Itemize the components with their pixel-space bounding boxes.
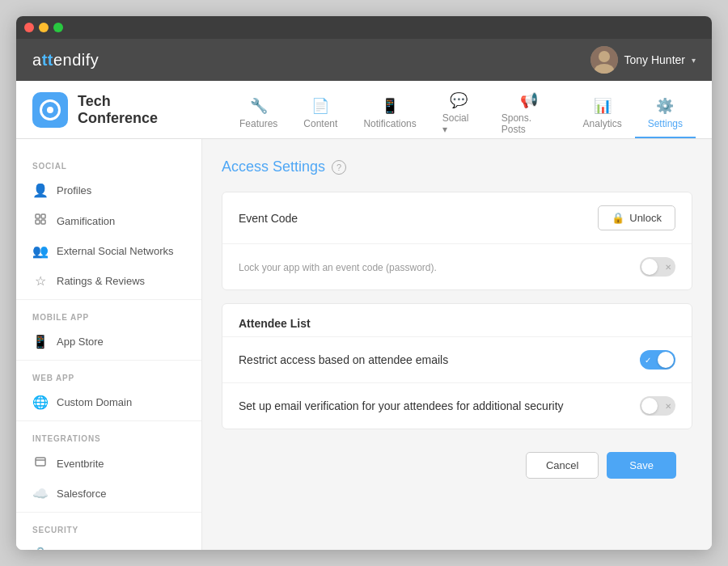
tab-analytics-label: Analytics: [583, 118, 622, 129]
event-code-desc: Lock your app with an event code (passwo…: [239, 262, 437, 273]
settings-icon: ⚙️: [656, 97, 674, 115]
sub-header: Tech Conference 🔧 Features 📄 Content 📱 N…: [16, 81, 712, 139]
sidebar-item-profiles[interactable]: 👤 Profiles: [16, 175, 201, 205]
tab-analytics[interactable]: 📊 Analytics: [570, 90, 635, 138]
nav-tabs: 🔧 Features 📄 Content 📱 Notifications 💬 S…: [226, 81, 696, 138]
sidebar-section-social-label: Social: [16, 152, 201, 175]
sidebar-item-access-settings[interactable]: → 🔓 Access Settings: [16, 539, 201, 550]
sidebar-section-webapp-label: Web App: [16, 364, 201, 387]
profiles-icon: 👤: [32, 183, 49, 198]
svg-rect-5: [36, 220, 40, 224]
app-window: attendify Tony Hunter ▾ Tech Conference …: [16, 16, 712, 550]
user-menu-chevron[interactable]: ▾: [692, 56, 696, 65]
svg-rect-6: [41, 220, 45, 224]
features-icon: 🔧: [250, 97, 268, 115]
tab-content[interactable]: 📄 Content: [290, 90, 350, 138]
content-icon: 📄: [311, 97, 329, 115]
sidebar-item-eventbrite[interactable]: Eventbrite: [16, 448, 201, 479]
close-button[interactable]: [24, 23, 34, 32]
sidebar-item-eventbrite-label: Eventbrite: [57, 458, 104, 470]
sidebar-item-profiles-label: Profiles: [57, 184, 91, 196]
svg-rect-7: [36, 458, 45, 466]
sidebar: Social 👤 Profiles Gamification 👥: [16, 139, 202, 550]
attendee-list-section-header: Attendee List: [222, 304, 692, 337]
social-icon: 💬: [450, 91, 468, 109]
tab-spons-posts[interactable]: 📢 Spons. Posts: [489, 90, 570, 138]
title-bar: [16, 16, 712, 39]
lock-icon: 🔒: [612, 212, 624, 224]
sidebar-divider-1: [16, 299, 201, 300]
traffic-lights: [24, 23, 63, 32]
sidebar-divider-2: [16, 360, 201, 361]
info-icon[interactable]: ?: [332, 160, 346, 175]
maximize-button[interactable]: [53, 23, 63, 32]
event-code-header-row: Event Code 🔒 Unlock: [222, 192, 692, 244]
event-code-label: Event Code: [239, 212, 298, 225]
toggle-knob-restrict: [658, 352, 674, 368]
sidebar-item-salesforce-label: Salesforce: [57, 488, 106, 500]
cancel-button[interactable]: Cancel: [526, 452, 599, 479]
salesforce-icon: ☁️: [32, 486, 49, 501]
custom-domain-icon: 🌐: [32, 395, 49, 410]
sidebar-section-mobile-label: Mobile App: [16, 303, 201, 327]
action-bar: Cancel Save: [222, 442, 692, 488]
event-code-card: Event Code 🔒 Unlock Lock your app with a…: [222, 192, 692, 290]
access-settings-header: Access Settings ?: [222, 158, 692, 175]
sidebar-item-external-social[interactable]: 👥 External Social Networks: [16, 236, 201, 266]
event-title: Tech Conference: [78, 93, 194, 127]
sidebar-item-salesforce[interactable]: ☁️ Salesforce: [16, 479, 201, 509]
tab-settings-label: Settings: [648, 118, 683, 129]
event-logo: [32, 92, 68, 128]
sidebar-item-gamification-label: Gamification: [57, 215, 115, 227]
toggle-knob-email: [641, 398, 658, 414]
external-social-icon: 👥: [32, 243, 49, 259]
sidebar-item-access-settings-label: Access Settings: [57, 548, 132, 550]
tab-social[interactable]: 💬 Social ▾: [430, 90, 489, 138]
access-settings-lock-icon: 🔓: [32, 547, 49, 550]
restrict-access-row: Restrict access based on attendee emails: [222, 337, 692, 383]
logo-text: attendify: [32, 51, 99, 70]
sidebar-item-custom-domain[interactable]: 🌐 Custom Domain: [16, 387, 201, 417]
sidebar-item-app-store-label: App Store: [57, 336, 104, 348]
tab-settings[interactable]: ⚙️ Settings: [635, 90, 696, 138]
ratings-icon: ☆: [32, 273, 49, 289]
tab-social-label: Social ▾: [442, 112, 476, 135]
sidebar-item-app-store[interactable]: 📱 App Store: [16, 327, 201, 357]
access-settings-title: Access Settings: [222, 158, 325, 175]
save-button[interactable]: Save: [607, 452, 676, 479]
event-code-toggle[interactable]: [640, 257, 675, 277]
header-right: Tony Hunter ▾: [590, 46, 696, 74]
svg-point-1: [599, 51, 610, 62]
event-code-desc-row: Lock your app with an event code (passwo…: [222, 244, 692, 289]
svg-rect-4: [41, 214, 45, 218]
toggle-knob-event-code: [641, 259, 658, 275]
sidebar-item-gamification[interactable]: Gamification: [16, 205, 201, 236]
email-verification-toggle[interactable]: [640, 396, 675, 416]
tab-features[interactable]: 🔧 Features: [226, 90, 290, 138]
sidebar-item-custom-domain-label: Custom Domain: [57, 396, 132, 408]
unlock-button[interactable]: 🔒 Unlock: [598, 205, 675, 230]
analytics-icon: 📊: [594, 97, 612, 115]
restrict-access-label: Restrict access based on attendee emails: [239, 353, 448, 366]
sidebar-divider-4: [16, 512, 201, 513]
tab-content-label: Content: [303, 118, 337, 129]
logo-tt: tt: [42, 51, 53, 69]
spons-posts-icon: 📢: [520, 91, 538, 109]
tab-notifications[interactable]: 📱 Notifications: [350, 90, 429, 138]
event-logo-icon: [40, 99, 61, 120]
notifications-icon: 📱: [381, 97, 399, 115]
tab-notifications-label: Notifications: [363, 118, 416, 129]
app-header: attendify Tony Hunter ▾: [16, 39, 712, 81]
sidebar-section-security-label: Security: [16, 516, 201, 539]
tab-features-label: Features: [239, 118, 277, 129]
app-logo: attendify: [32, 51, 99, 70]
user-name: Tony Hunter: [624, 53, 685, 66]
unlock-label: Unlock: [629, 212, 662, 224]
sidebar-item-ratings[interactable]: ☆ Ratings & Reviews: [16, 266, 201, 296]
restrict-access-toggle[interactable]: [640, 350, 675, 370]
svg-rect-3: [36, 214, 40, 218]
content-panel: Access Settings ? Event Code 🔒 Unlock Lo…: [202, 139, 712, 550]
app-store-icon: 📱: [32, 334, 49, 349]
minimize-button[interactable]: [39, 23, 49, 32]
gamification-icon: [32, 213, 49, 229]
